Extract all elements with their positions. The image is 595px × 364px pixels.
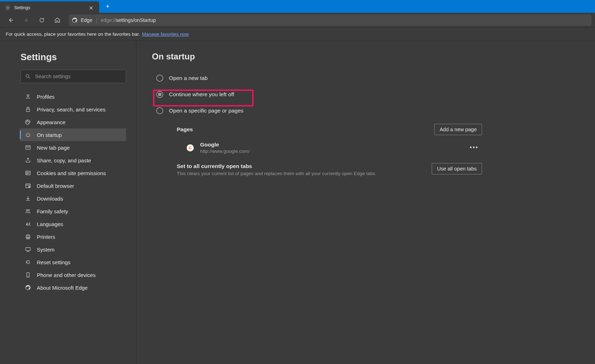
printer-icon xyxy=(25,233,31,240)
sidebar-item-label: Reset settings xyxy=(37,259,70,265)
sidebar-item-share[interactable]: Share, copy, and paste xyxy=(20,154,126,167)
tab-title: Settings xyxy=(14,5,84,10)
sidebar-item-label: On startup xyxy=(37,132,62,138)
phone-icon xyxy=(25,272,31,278)
sidebar-item-downloads[interactable]: Downloads xyxy=(20,192,126,205)
toolbar: Edge | edge://settings/onStartup xyxy=(0,13,595,28)
home-button[interactable] xyxy=(50,14,64,26)
svg-point-6 xyxy=(27,121,28,121)
forward-button[interactable] xyxy=(19,14,33,26)
gear-icon xyxy=(5,5,11,11)
svg-point-0 xyxy=(7,7,8,8)
window-icon xyxy=(25,144,31,151)
more-button[interactable]: ••• xyxy=(466,143,482,153)
startup-radio-group: Open a new tab Continue where you left o… xyxy=(152,70,579,119)
svg-point-3 xyxy=(27,95,29,97)
sidebar-item-label: System xyxy=(37,247,55,253)
radio-specific-page[interactable]: Open a specific page or pages xyxy=(155,103,579,119)
address-scheme: edge:// xyxy=(101,17,116,23)
sidebar-item-label: Default browser xyxy=(37,183,74,189)
system-icon xyxy=(25,246,31,253)
profile-icon xyxy=(25,93,31,100)
sidebar-item-cookies[interactable]: Cookies and site permissions xyxy=(20,167,126,179)
refresh-button[interactable] xyxy=(35,14,49,26)
radio-label: Open a specific page or pages xyxy=(169,108,243,114)
search-input[interactable]: Search settings xyxy=(21,70,126,83)
appearance-icon xyxy=(25,119,31,125)
sidebar-item-default[interactable]: Default browser xyxy=(20,179,126,192)
sidebar-item-languages[interactable]: Languages xyxy=(20,218,126,230)
page-name: Google xyxy=(200,141,250,148)
sidebar: Settings Search settings Profiles Privac… xyxy=(0,41,136,364)
radio-open-new-tab[interactable]: Open a new tab xyxy=(155,70,579,86)
svg-point-13 xyxy=(27,210,28,211)
sidebar-item-label: Cookies and site permissions xyxy=(37,170,106,176)
svg-rect-16 xyxy=(26,248,30,251)
sidebar-items: Profiles Privacy, search, and services A… xyxy=(20,90,125,294)
svg-point-2 xyxy=(26,74,29,77)
sidebar-item-reset[interactable]: Reset settings xyxy=(20,256,126,268)
svg-point-5 xyxy=(27,121,27,122)
pages-header: Pages xyxy=(177,126,193,133)
edge-icon xyxy=(25,284,31,291)
radio-icon xyxy=(156,75,163,82)
download-icon xyxy=(25,195,31,202)
radio-continue[interactable]: Continue where you left off xyxy=(155,86,579,103)
svg-rect-4 xyxy=(27,109,30,111)
address-bar[interactable]: Edge | edge://settings/onStartup xyxy=(69,15,591,26)
permissions-icon xyxy=(25,170,31,176)
sidebar-item-family[interactable]: Family safety xyxy=(20,205,126,218)
family-icon xyxy=(25,208,31,214)
sidebar-item-label: Printers xyxy=(37,234,55,240)
manage-favorites-link[interactable]: Manage favorites now xyxy=(142,31,189,37)
sidebar-item-startup[interactable]: On startup xyxy=(20,128,126,141)
sidebar-item-label: Share, copy, and paste xyxy=(37,157,91,163)
svg-point-7 xyxy=(29,121,29,122)
svg-point-14 xyxy=(28,210,30,211)
favorites-bar-text: For quick access, place your favorites h… xyxy=(6,31,140,37)
svg-rect-9 xyxy=(26,171,30,175)
sidebar-item-about[interactable]: About Microsoft Edge xyxy=(20,281,126,294)
set-all-title: Set to all currently open tabs xyxy=(177,163,375,169)
page-url: http://www.google.com/ xyxy=(200,149,250,154)
sidebar-item-label: Downloads xyxy=(37,196,63,202)
sidebar-item-newtab[interactable]: New tab page xyxy=(20,141,126,154)
page-entry: G Google http://www.google.com/ ••• xyxy=(177,141,482,154)
sidebar-item-label: Phone and other devices xyxy=(37,272,96,278)
sidebar-item-privacy[interactable]: Privacy, search, and services xyxy=(20,103,126,116)
address-label: Edge xyxy=(81,17,92,23)
share-icon xyxy=(25,157,31,163)
browser-tab[interactable]: Settings ✕ xyxy=(0,1,99,14)
use-all-tabs-button[interactable]: Use all open tabs xyxy=(432,163,482,174)
sidebar-item-printers[interactable]: Printers xyxy=(20,230,126,243)
title-bar: Settings ✕ + xyxy=(0,0,595,13)
google-favicon-icon: G xyxy=(187,144,194,151)
main-content: On startup Open a new tab Continue where… xyxy=(136,41,595,364)
sidebar-item-label: Privacy, search, and services xyxy=(37,106,106,112)
set-all-desc: This clears your current list of pages a… xyxy=(177,171,375,176)
sidebar-item-label: Family safety xyxy=(37,208,68,214)
svg-point-10 xyxy=(27,173,28,174)
back-button[interactable] xyxy=(4,14,18,26)
edge-icon xyxy=(72,17,78,23)
radio-label: Continue where you left off xyxy=(169,91,234,98)
new-tab-button[interactable]: + xyxy=(101,0,114,13)
sidebar-item-label: Languages xyxy=(37,221,63,227)
sidebar-item-system[interactable]: System xyxy=(20,243,126,256)
pages-section: Pages Add a new page G Google http://www… xyxy=(152,124,579,176)
sidebar-item-profiles[interactable]: Profiles xyxy=(20,90,126,103)
favorites-bar: For quick access, place your favorites h… xyxy=(0,28,595,41)
settings-header: Settings xyxy=(21,52,125,63)
content-area: Settings Search settings Profiles Privac… xyxy=(0,41,595,364)
radio-icon xyxy=(156,107,163,114)
address-path: settings/onStartup xyxy=(116,17,156,23)
sidebar-item-phone[interactable]: Phone and other devices xyxy=(20,268,126,281)
power-icon xyxy=(25,132,31,138)
close-icon[interactable]: ✕ xyxy=(87,4,95,12)
radio-icon xyxy=(156,91,163,98)
sidebar-item-appearance[interactable]: Appearance xyxy=(20,116,126,128)
language-icon xyxy=(25,221,31,227)
radio-label: Open a new tab xyxy=(169,75,208,81)
sidebar-item-label: New tab page xyxy=(37,145,70,151)
add-page-button[interactable]: Add a new page xyxy=(434,124,482,135)
